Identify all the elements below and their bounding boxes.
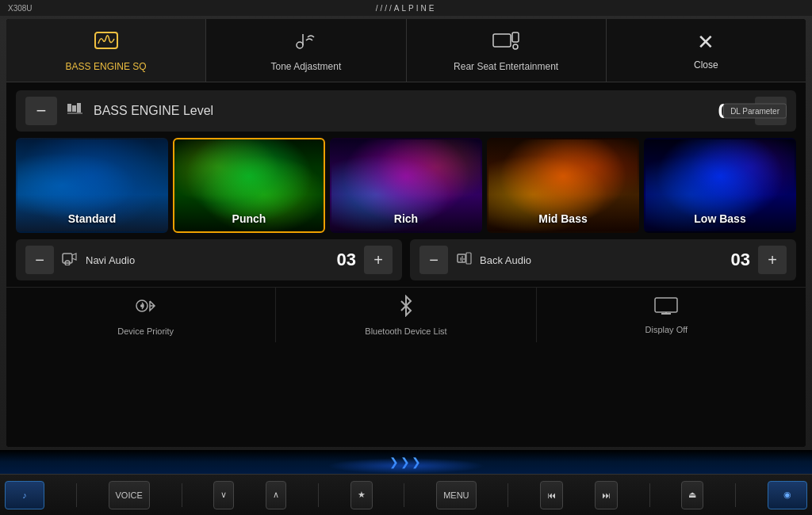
menu-hw-btn[interactable]: MENU — [436, 481, 476, 509]
audio-controls-row: − Navi Audio 03 + − — [16, 239, 796, 280]
music-icon: ♪ — [22, 490, 27, 500]
voice-hw-btn[interactable]: VOICE — [109, 481, 150, 509]
nav-icon: ◉ — [783, 490, 791, 500]
back-audio-label: Back Audio — [480, 254, 723, 266]
svg-point-1 — [297, 42, 303, 48]
eject-hw-btn[interactable]: ⏏ — [681, 481, 703, 509]
device-priority-label: Device Priority — [117, 326, 174, 336]
func-bluetooth-list[interactable]: Bluetooth Device List — [276, 288, 536, 342]
back-audio-value: 03 — [731, 250, 750, 270]
bass-engine-icon-small — [67, 102, 84, 120]
bass-engine-minus-btn[interactable]: − — [25, 97, 57, 125]
svg-rect-7 — [72, 105, 76, 112]
preset-punch-label: Punch — [232, 212, 266, 225]
bass-engine-level-row: − BASS ENGINE Level 03 + DL Parameter — [16, 90, 796, 132]
presets-row: Standard Punch Rich Mid Bass Low Bass — [16, 138, 796, 233]
top-bar: X308U ////ALPINE — [0, 0, 812, 16]
svg-rect-16 — [655, 298, 677, 312]
tab-rear-seat-label: Rear Seat Entertainment — [454, 61, 558, 72]
svg-point-5 — [513, 44, 518, 49]
navi-audio-minus-btn[interactable]: − — [25, 246, 54, 274]
prev-hw-btn[interactable]: ⏮ — [540, 481, 563, 509]
preset-punch[interactable]: Punch — [173, 138, 325, 233]
dl-param-btn[interactable]: DL Parameter — [723, 104, 787, 119]
tab-close[interactable]: ✕ Close — [607, 19, 806, 82]
nav-hw-btn[interactable]: ◉ — [768, 481, 807, 509]
tab-tone[interactable]: Tone Adjastment — [206, 19, 406, 82]
model-label: X308U — [8, 4, 33, 13]
tab-close-label: Close — [694, 59, 718, 71]
rear-seat-icon — [492, 29, 520, 56]
func-display-off[interactable]: Display Off — [537, 288, 796, 342]
music-hw-btn[interactable]: ♪ — [5, 481, 44, 509]
func-row: Device Priority Bluetooth Device List — [6, 287, 806, 342]
screen: BASS ENGINE SQ Tone Adjastment — [6, 19, 806, 447]
divider-5 — [508, 483, 508, 507]
main-content: − BASS ENGINE Level 03 + DL Parameter — [6, 82, 806, 447]
bluetooth-list-icon — [396, 295, 416, 322]
func-device-priority[interactable]: Device Priority — [16, 288, 276, 342]
tab-bass-engine-label: BASS ENGINE SQ — [66, 61, 147, 72]
preset-midbass-label: Mid Bass — [538, 212, 587, 225]
svg-rect-0 — [95, 32, 117, 48]
svg-rect-13 — [466, 253, 471, 264]
device-priority-icon — [134, 295, 158, 322]
display-off-label: Display Off — [645, 325, 688, 334]
tone-icon — [293, 29, 319, 56]
glow-strip: ❯❯❯ — [0, 450, 812, 474]
back-audio-ctrl: − Back Audio 03 + — [410, 239, 796, 280]
close-icon: ✕ — [697, 30, 714, 55]
preset-rich[interactable]: Rich — [330, 138, 482, 233]
device-frame: X308U ////ALPINE BASS ENGINE SQ — [0, 0, 812, 515]
divider-2 — [182, 483, 182, 507]
preset-standard-label: Standard — [68, 212, 117, 225]
preset-lowbass[interactable]: Low Bass — [644, 138, 796, 233]
down-hw-btn[interactable]: ∨ — [213, 481, 234, 509]
divider-6 — [649, 483, 650, 507]
navi-audio-ctrl: − Navi Audio 03 + — [16, 239, 402, 280]
divider-7 — [735, 483, 736, 507]
divider-1 — [76, 483, 77, 507]
next-hw-btn[interactable]: ⏭ — [595, 481, 618, 509]
tab-tone-label: Tone Adjastment — [271, 61, 342, 72]
glow-effect — [327, 458, 485, 474]
tab-rear-seat[interactable]: Rear Seat Entertainment — [407, 19, 607, 82]
svg-rect-10 — [63, 254, 72, 263]
svg-rect-6 — [67, 104, 71, 112]
svg-rect-8 — [77, 103, 81, 113]
hw-bar: ♪ VOICE ∨ ∧ ★ MENU ⏮ ⏭ ⏏ ◉ — [0, 474, 812, 515]
up-hw-btn[interactable]: ∧ — [266, 481, 286, 509]
bass-engine-level-label: BASS ENGINE Level — [94, 104, 704, 118]
svg-point-15 — [140, 304, 144, 307]
navi-audio-value: 03 — [337, 250, 356, 270]
tab-bass-engine[interactable]: BASS ENGINE SQ — [6, 19, 206, 82]
display-off-icon — [653, 296, 679, 320]
navi-audio-label: Navi Audio — [86, 254, 329, 266]
bluetooth-list-label: Bluetooth Device List — [365, 326, 446, 336]
back-audio-plus-btn[interactable]: + — [758, 246, 787, 274]
star-hw-btn[interactable]: ★ — [350, 481, 373, 509]
preset-rich-label: Rich — [394, 212, 418, 225]
divider-4 — [404, 483, 404, 507]
back-audio-icon — [456, 251, 472, 269]
nav-tabs: BASS ENGINE SQ Tone Adjastment — [6, 19, 806, 82]
svg-rect-4 — [512, 32, 519, 42]
back-audio-minus-btn[interactable]: − — [419, 246, 448, 274]
navi-audio-plus-btn[interactable]: + — [364, 246, 393, 274]
preset-lowbass-label: Low Bass — [694, 212, 745, 225]
bass-engine-icon — [94, 29, 119, 56]
divider-3 — [318, 483, 319, 507]
preset-midbass[interactable]: Mid Bass — [487, 138, 639, 233]
svg-rect-3 — [493, 34, 511, 47]
preset-standard[interactable]: Standard — [16, 138, 168, 233]
brand-label: ////ALPINE — [376, 4, 437, 13]
navi-audio-icon — [62, 251, 78, 269]
